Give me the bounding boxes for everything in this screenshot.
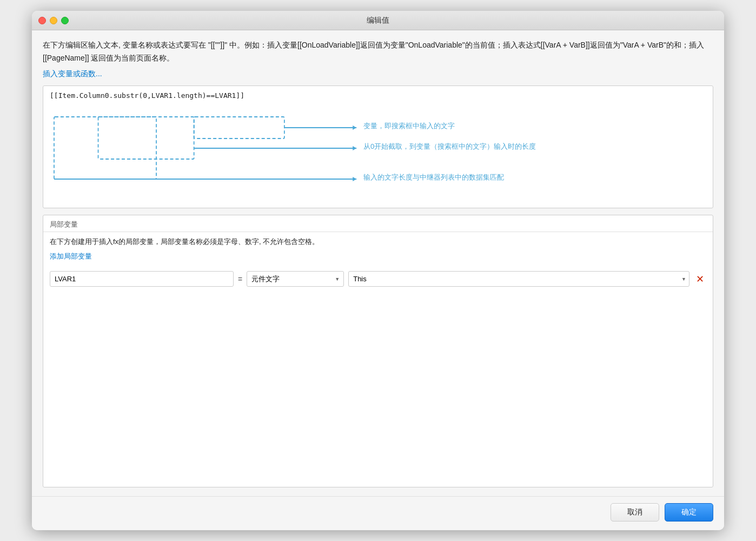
svg-rect-1 bbox=[98, 117, 194, 159]
description-text: 在下方编辑区输入文本, 变量名称或表达式要写在 "[[""]]" 中。例如：插入… bbox=[43, 39, 713, 65]
maximize-button[interactable] bbox=[61, 17, 69, 24]
annotation-text-2: 从0开始截取，到变量（搜索框中的文字）输入时的长度 bbox=[363, 142, 536, 151]
dialog-title: 编辑值 bbox=[367, 16, 389, 25]
window-controls bbox=[38, 17, 69, 24]
local-vars-header: 局部变量 bbox=[43, 215, 713, 232]
edit-value-dialog: 编辑值 在下方编辑区输入文本, 变量名称或表达式要写在 "[[""]]" 中。例… bbox=[32, 11, 724, 530]
var-type-select[interactable]: 元件文字 元件宽度 元件高度 元件X坐标 元件Y坐标 变量值 bbox=[247, 271, 344, 287]
svg-marker-6 bbox=[353, 146, 356, 150]
svg-rect-0 bbox=[54, 117, 156, 179]
var-name-input[interactable] bbox=[50, 271, 234, 287]
var-value-input[interactable] bbox=[348, 271, 689, 287]
svg-rect-2 bbox=[194, 117, 284, 138]
expression-code: [[Item.Column0.substr(0,LVAR1.length)==L… bbox=[50, 91, 706, 100]
var-value-wrapper: ▼ bbox=[348, 271, 689, 287]
var-delete-button[interactable]: ✕ bbox=[694, 272, 706, 286]
cancel-button[interactable]: 取消 bbox=[611, 503, 659, 522]
annotation-1: 变量，即搜索框中输入的文字 bbox=[363, 121, 455, 131]
annotation-3: 输入的文字长度与中继器列表中的数据集匹配 bbox=[363, 173, 504, 182]
dialog-body: 在下方编辑区输入文本, 变量名称或表达式要写在 "[[""]]" 中。例如：插入… bbox=[32, 30, 724, 496]
local-vars-content: = 元件文字 元件宽度 元件高度 元件X坐标 元件Y坐标 变量值 bbox=[43, 267, 713, 402]
insert-variable-link[interactable]: 插入变量或函数... bbox=[43, 69, 713, 79]
close-button[interactable] bbox=[38, 17, 46, 24]
variable-row: = 元件文字 元件宽度 元件高度 元件X坐标 元件Y坐标 变量值 bbox=[43, 267, 713, 291]
equals-sign: = bbox=[238, 275, 242, 283]
annotation-area: 变量，即搜索框中输入的文字 从0开始截取，到变量（搜索框中的文字）输入时的长度 … bbox=[50, 116, 706, 202]
local-vars-section: 局部变量 在下方创建用于插入fx的局部变量，局部变量名称必须是字母、数字, 不允… bbox=[43, 215, 713, 487]
expression-editor[interactable]: [[Item.Column0.substr(0,LVAR1.length)==L… bbox=[43, 85, 713, 208]
annotation-text-1: 变量，即搜索框中输入的文字 bbox=[363, 121, 455, 131]
add-local-var-link[interactable]: 添加局部变量 bbox=[43, 249, 98, 267]
local-vars-description: 在下方创建用于插入fx的局部变量，局部变量名称必须是字母、数字, 不允许包含空格… bbox=[43, 232, 713, 250]
annotation-svg bbox=[50, 116, 706, 202]
title-bar: 编辑值 bbox=[32, 11, 724, 30]
svg-marker-4 bbox=[353, 126, 356, 130]
confirm-button[interactable]: 确定 bbox=[665, 503, 713, 522]
annotation-text-3: 输入的文字长度与中继器列表中的数据集匹配 bbox=[363, 173, 504, 182]
minimize-button[interactable] bbox=[50, 17, 57, 24]
annotation-2: 从0开始截取，到变量（搜索框中的文字）输入时的长度 bbox=[363, 142, 536, 151]
dialog-footer: 取消 确定 bbox=[32, 496, 724, 530]
var-type-wrapper: 元件文字 元件宽度 元件高度 元件X坐标 元件Y坐标 变量值 bbox=[247, 271, 344, 287]
svg-marker-8 bbox=[353, 177, 356, 181]
